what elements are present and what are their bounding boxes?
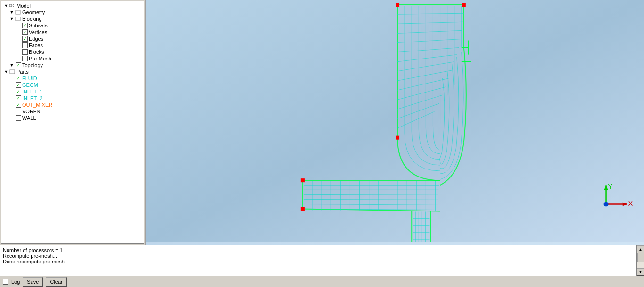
checkbox-inlet1[interactable]	[16, 89, 21, 94]
expand-placeholder-outlet	[9, 102, 15, 108]
tree-item-subsets[interactable]: Subsets	[2, 22, 143, 29]
main-container: ▼ Model ▼ Geometry ▼	[0, 0, 644, 287]
tree-label-premesh: Pre-Mesh	[29, 56, 51, 61]
parts-icon	[9, 69, 16, 74]
tree-item-inlet2[interactable]: INLET_2	[2, 95, 143, 101]
svg-rect-6	[146, 0, 644, 242]
left-panel: ▼ Model ▼ Geometry ▼	[0, 0, 146, 245]
tree-container[interactable]: ▼ Model ▼ Geometry ▼	[1, 1, 144, 244]
tree-item-inlet1[interactable]: INLET_1	[2, 88, 143, 95]
svg-rect-65	[396, 3, 399, 7]
tree-item-vertices[interactable]: Vertices	[2, 29, 143, 35]
checkbox-topology[interactable]	[16, 62, 21, 68]
geometry-icon	[15, 10, 21, 15]
checkbox-blocks[interactable]	[22, 49, 28, 55]
checkbox-fluid[interactable]	[16, 76, 21, 81]
expand-icon-parts: ▼	[3, 69, 9, 75]
svg-rect-68	[301, 207, 305, 211]
svg-rect-67	[301, 178, 305, 182]
tree-label-topology: Topology	[22, 62, 43, 68]
checkbox-faces[interactable]	[22, 42, 28, 48]
clear-button[interactable]: Clear	[46, 277, 66, 287]
checkbox-geom[interactable]	[16, 82, 21, 88]
top-area: ▼ Model ▼ Geometry ▼	[0, 0, 644, 245]
tree-item-outlet[interactable]: OUT_MIXER	[2, 101, 143, 108]
tree-item-wall[interactable]: WALL	[2, 115, 143, 121]
expand-placeholder-wall	[9, 115, 15, 121]
console-footer: Log Save Clear	[0, 276, 644, 287]
tree-label-vorfn: VORFN	[22, 109, 41, 114]
tree-label-parts: Parts	[17, 69, 29, 75]
tree-label-blocks: Blocks	[29, 49, 44, 55]
svg-line-1	[12, 4, 14, 6]
expand-placeholder-geom	[9, 82, 15, 88]
model-icon	[9, 3, 16, 8]
svg-text:Y: Y	[608, 183, 613, 190]
svg-rect-69	[462, 3, 466, 7]
expand-placeholder-fluid	[9, 76, 15, 81]
scroll-up-button[interactable]: ▲	[637, 245, 644, 253]
checkbox-edges[interactable]	[22, 36, 28, 42]
checkbox-subsets[interactable]	[22, 23, 28, 28]
blocking-icon	[15, 17, 21, 21]
tree-item-edges[interactable]: Edges	[2, 35, 143, 42]
scroll-down-button[interactable]: ▼	[637, 268, 644, 276]
tree-label-outlet: OUT_MIXER	[22, 102, 52, 108]
checkbox-vertices[interactable]	[22, 29, 28, 35]
tree-label-inlet1: INLET_1	[22, 89, 42, 94]
console-line-3: Done recompute pre-mesh	[3, 259, 634, 264]
tree-label-vertices: Vertices	[29, 29, 47, 35]
expand-placeholder-vorfn	[9, 109, 15, 114]
tree-item-vorfn[interactable]: VORFN	[2, 108, 143, 115]
tree-item-topology[interactable]: ▼ Topology	[2, 62, 143, 68]
viewport[interactable]: ANSYS R18.0	[146, 0, 644, 245]
console-area: Number of processors = 1 Recompute pre-m…	[0, 245, 644, 276]
tree-item-faces[interactable]: Faces	[2, 42, 143, 49]
console-output: Number of processors = 1 Recompute pre-m…	[0, 245, 636, 276]
checkbox-inlet2[interactable]	[16, 95, 21, 101]
checkbox-vorfn[interactable]	[16, 109, 21, 114]
checkbox-premesh[interactable]	[22, 56, 28, 61]
log-label: Log	[11, 279, 20, 285]
svg-rect-4	[16, 17, 20, 21]
expand-placeholder-vertices	[16, 29, 21, 35]
tree-label-edges: Edges	[29, 36, 43, 42]
tree-label-model: Model	[17, 3, 31, 8]
scroll-track	[637, 253, 644, 268]
scroll-thumb[interactable]	[637, 253, 644, 262]
tree-item-blocks[interactable]: Blocks	[2, 49, 143, 55]
checkbox-wall[interactable]	[16, 115, 21, 121]
save-button[interactable]: Save	[23, 277, 43, 287]
tree-item-blocking[interactable]: ▼ Blocking	[2, 16, 143, 22]
tree-label-wall: WALL	[22, 115, 36, 121]
svg-rect-5	[10, 70, 15, 74]
console-line-1: Number of processors = 1	[3, 247, 634, 253]
expand-placeholder-blocks	[16, 49, 21, 55]
expand-icon-geometry: ▼	[9, 9, 15, 15]
expand-placeholder-inlet2	[9, 95, 15, 101]
tree-item-parts[interactable]: ▼ Parts	[2, 68, 143, 75]
svg-rect-66	[396, 136, 399, 140]
checkbox-outlet[interactable]	[16, 102, 21, 108]
expand-icon-model: ▼	[3, 3, 9, 8]
tree-item-model[interactable]: ▼ Model	[2, 2, 143, 9]
tree-item-geom[interactable]: GEOM	[2, 82, 143, 88]
tree-label-subsets: Subsets	[29, 23, 48, 28]
tree-item-fluid[interactable]: FLUID	[2, 75, 143, 82]
svg-rect-3	[16, 10, 20, 14]
tree-label-fluid: FLUID	[22, 76, 37, 81]
svg-rect-0	[9, 4, 12, 7]
expand-placeholder-edges	[16, 36, 21, 42]
mesh-viewport: Y X	[146, 0, 644, 242]
bottom-panel: Number of processors = 1 Recompute pre-m…	[0, 245, 644, 287]
tree-label-blocking: Blocking	[22, 16, 42, 22]
svg-point-79	[604, 202, 609, 206]
log-checkbox[interactable]	[3, 279, 8, 285]
tree-item-geometry[interactable]: ▼ Geometry	[2, 9, 143, 16]
tree-label-geometry: Geometry	[22, 9, 45, 15]
expand-placeholder-subsets	[16, 23, 21, 28]
tree-item-premesh[interactable]: Pre-Mesh	[2, 55, 143, 62]
expand-icon-blocking: ▼	[9, 16, 15, 22]
console-scrollbar: ▲ ▼	[636, 245, 644, 276]
expand-placeholder-faces	[16, 42, 21, 48]
